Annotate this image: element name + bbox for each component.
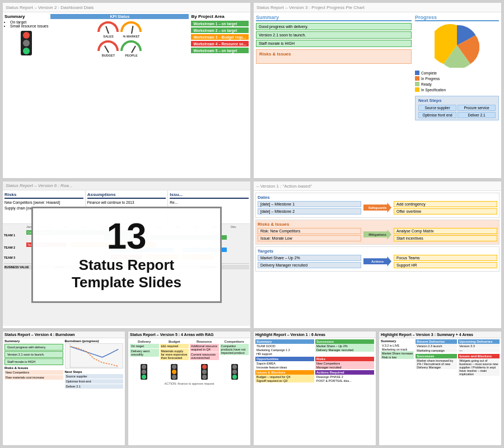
dials-row2: BUDGET PEOPLE bbox=[50, 40, 189, 57]
v3-recent-1: Version 2.3 launch bbox=[416, 344, 457, 348]
rag-comp-1: Competitor products have not impacted pr… bbox=[220, 344, 249, 355]
workstream-5: Workstream 5 – on target bbox=[191, 48, 249, 53]
targets-section: Targets Market Share – Up 2% Delivery Ma… bbox=[255, 246, 500, 272]
ns-btn-2: Procure service bbox=[458, 105, 496, 111]
rag-col-competitors: Competitors Competitor products have not… bbox=[220, 339, 249, 361]
overlay-box: 13 Status Report Template Slides bbox=[31, 207, 222, 303]
summary-item-3: Staff morale is HIGH bbox=[256, 40, 412, 47]
mini-slide-v3summary: Highlight Report – Version 3 : Summary +… bbox=[379, 331, 502, 446]
v3-summary-title: Summary bbox=[381, 339, 414, 343]
risk-result-2: Start incentives bbox=[394, 235, 497, 241]
legend-label-complete: Complete bbox=[421, 71, 437, 75]
slide-dashboard-dials: Status Report – Version 2 : Dashboard Di… bbox=[2, 2, 251, 179]
dial-market: % MARKET bbox=[120, 21, 142, 38]
rag-header-competitors: Competitors bbox=[220, 339, 249, 344]
summary-title: Summary bbox=[4, 14, 48, 19]
risks-results: Analyse Comp Matrix Start incentives bbox=[394, 228, 497, 241]
targets-title: Targets bbox=[258, 249, 497, 254]
summary-item-2: Version 2.1 soon to launch. bbox=[256, 31, 412, 39]
safeguards-arrow: Safeguards bbox=[363, 203, 391, 213]
slide4-title-text: – Version 1 : "Action-based" bbox=[256, 184, 312, 189]
ha-opp-1: Sapcin EMEA bbox=[255, 361, 314, 365]
slide4-title: – Version 1 : "Action-based" bbox=[254, 181, 501, 191]
tl-amber bbox=[23, 40, 30, 46]
rag-budget-1: £££ required bbox=[160, 344, 189, 348]
risk-result-2-wrap: Start incentives bbox=[394, 235, 497, 241]
rag-header-delivery: Delivery bbox=[130, 339, 159, 344]
ha-issues-title: Issues & Blockers bbox=[255, 370, 314, 375]
ha-issue-1: Budget – required for Q4 bbox=[255, 375, 314, 379]
rag-traffic-lights bbox=[130, 363, 249, 381]
workstream-1: Workstream 1 – on target bbox=[191, 21, 249, 26]
v3-col-successes: Successes Market share increased by 2% /… bbox=[416, 354, 457, 376]
legend-dot-inspec bbox=[415, 87, 419, 92]
mitigations-arrow: Mitigations bbox=[363, 230, 391, 240]
ha-risk-2: Manager recruited bbox=[315, 365, 374, 369]
v3-success-1: Market share increased by 2% / Recruitme… bbox=[416, 358, 457, 369]
ha-risk-1: New Competitors bbox=[315, 361, 374, 365]
rag-resource-2: Current resources overstretched bbox=[190, 352, 219, 360]
dial-sales-arc bbox=[97, 21, 119, 34]
burndown-chart bbox=[65, 343, 124, 368]
burndown-chart-title: Burndown (progress) bbox=[65, 339, 124, 343]
slide2-right: Progress bbox=[415, 15, 499, 174]
ha-success-2: Delivery Manager recruited bbox=[315, 348, 374, 352]
v3-col-recent-title: Recent Deliveries bbox=[416, 339, 457, 344]
ha-summary-1: TEAM GOOD bbox=[255, 344, 314, 348]
burndown-sum-2: Version 2.1 soon to launch. bbox=[4, 351, 63, 358]
dial-budget-arc bbox=[97, 40, 119, 53]
tl-red bbox=[23, 32, 30, 39]
mini-slide-v3-body: Summary V.3.2 is LIVE Marketing on track… bbox=[379, 338, 501, 443]
nextsteps-title: Next Steps bbox=[418, 98, 496, 103]
burndown-summary-title: Summary bbox=[4, 339, 63, 343]
risks-content bbox=[259, 58, 408, 62]
pie-chart bbox=[435, 23, 479, 68]
burndown-risk-2: Raw materials cost increase bbox=[4, 375, 63, 380]
dial-label-market: % MARKET bbox=[120, 35, 142, 38]
legend: Complete In Progress Ready In Speci bbox=[415, 71, 499, 92]
v3-upcoming-1: Version 3.3 bbox=[458, 344, 500, 348]
v3-col-upcoming: Upcoming Deliveries Version 3.3 — bbox=[458, 339, 500, 353]
rag-col-budget: Budget £££ required Materials supply far… bbox=[160, 339, 189, 361]
dial-label-people: PEOPLE bbox=[120, 54, 142, 57]
v3-grid: Recent Deliveries Version 2.3 launch Mar… bbox=[416, 339, 500, 376]
mini-slide-rag-body: Delivery On target Delivery went smoothl… bbox=[128, 338, 250, 443]
slide3-title: Status Report – Version 6 : Roa... bbox=[3, 181, 250, 190]
v3-issue-1: Widgets going out of business – must sou… bbox=[458, 358, 500, 376]
bottom-slides-row: Status Report – Version 4 : Burndown Sum… bbox=[2, 331, 502, 446]
ha-risks-title: Risks bbox=[315, 357, 374, 361]
target-item-2: Delivery Manager recruited bbox=[258, 262, 361, 268]
dates-section: Dates [date] – Milestone 1 [date] – Mile… bbox=[255, 193, 500, 218]
v3-market-2: Risk is low bbox=[381, 355, 414, 359]
by-project-area: By Project Area Workstream 1 – on target… bbox=[191, 14, 249, 175]
burndown-risk-1: New Competitors bbox=[4, 370, 63, 375]
mini-slide-6areas-title: Highlight Report – Version 1 : 6 Areas bbox=[254, 332, 376, 338]
v3-recent-2: Marketing campaign bbox=[416, 348, 457, 352]
ha-opp-2: Innovate feature ideas bbox=[255, 365, 314, 369]
dates-results: Add contingency Offer overtime bbox=[394, 201, 497, 214]
slide4-body: Dates [date] – Milestone 1 [date] – Mile… bbox=[254, 191, 501, 327]
overlay-number: 13 bbox=[49, 218, 204, 254]
date-result-1: Add contingency bbox=[394, 201, 497, 207]
nextstep-grid: Source supplier Procure service Optimise… bbox=[418, 105, 496, 118]
v3-col-upcoming-title: Upcoming Deliveries bbox=[458, 339, 500, 344]
burndown-layout: Summary Good progress with delivery. Ver… bbox=[4, 339, 123, 442]
overlay-text: Status Report Template Slides bbox=[49, 256, 204, 291]
next-steps: Next Steps Source supplier Procure servi… bbox=[415, 96, 499, 120]
dates-items: [date] – Milestone 1 [date] – Milestone … bbox=[258, 201, 361, 214]
rag-resource-1: Additional resource required in Q4 bbox=[190, 344, 219, 352]
legend-dot-ready bbox=[415, 82, 419, 86]
slide1-title-text: Status Report bbox=[6, 5, 33, 10]
progress-box: Progress bbox=[415, 15, 499, 93]
summary-item-1: On target bbox=[10, 20, 48, 24]
rag-header-budget: Budget bbox=[160, 339, 189, 344]
kpi-title: KPI Status bbox=[50, 14, 189, 19]
ns-btn-4: Deliver 2.1 bbox=[458, 112, 496, 118]
slide2-risks: Risks & Issues bbox=[256, 49, 412, 64]
rag-delivery-1: On target bbox=[130, 344, 159, 348]
v3-col-successes-title: Successes bbox=[416, 354, 457, 358]
date-item-1: [date] – Milestone 1 bbox=[258, 201, 361, 207]
legend-inprogress: In Progress bbox=[415, 76, 499, 81]
targets-row: Market Share – Up 2% Delivery Manager re… bbox=[258, 255, 497, 268]
summary-item-1: Good progress with delivery. bbox=[256, 23, 412, 30]
